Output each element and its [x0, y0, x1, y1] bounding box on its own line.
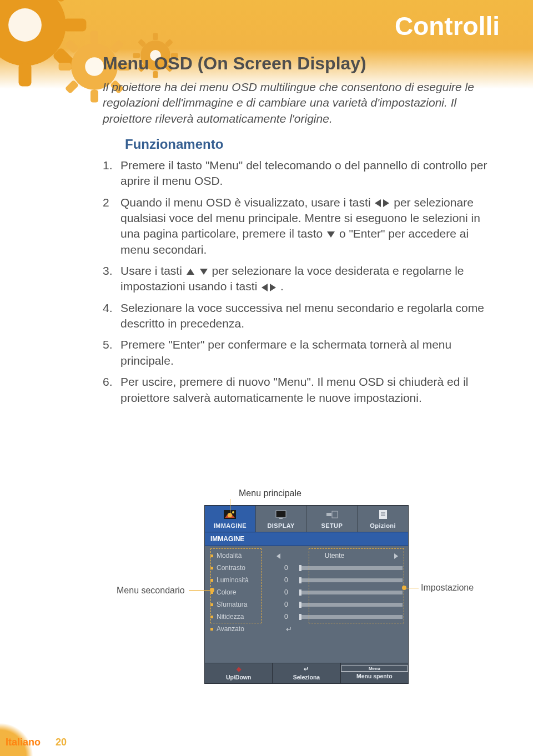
step-text: Quando il menu OSD è visualizzato, usare… [120, 195, 500, 258]
callout-pin [228, 513, 232, 517]
osd-row-value: 0 [266, 601, 297, 608]
setup-tab-icon [325, 509, 339, 520]
callout-pin [210, 588, 214, 592]
callout-pin [402, 586, 406, 590]
intro-paragraph: Il proiettore ha dei menu OSD multilingu… [103, 79, 500, 127]
footer-page-number: 20 [56, 737, 67, 748]
arrow-left-icon [276, 553, 280, 559]
osd-row-value: 0 [266, 576, 297, 584]
arrow-down-icon [200, 269, 208, 275]
step-text: Per uscire, premere di nuovo "Menu". Il … [120, 374, 500, 406]
osd-tab-setup[interactable]: SETUP [307, 506, 358, 532]
callout-label-sub-menu: Menu secondario [117, 586, 185, 596]
step-number: 1. [103, 158, 120, 189]
osd-row-value: 0 [266, 564, 297, 572]
step-number: 2 [103, 195, 120, 258]
arrow-left-icon [375, 199, 381, 207]
osd-footer-label: Seleziona [293, 674, 320, 681]
osd-tab-display[interactable]: DISPLAY [256, 506, 307, 532]
osd-footer-label: Menu spento [356, 673, 393, 679]
dashed-box-submenu [210, 548, 262, 623]
step-fragment: . [280, 280, 284, 293]
arrow-up-icon [187, 269, 194, 275]
svg-rect-21 [153, 33, 158, 41]
svg-rect-2 [19, 63, 32, 86]
arrow-down-icon [327, 231, 335, 238]
arrow-left-icon [262, 284, 268, 291]
step-number: 6. [103, 374, 120, 406]
osd-footer-updown: ◆ Up\Down [205, 663, 273, 683]
osd-tabs: IMMAGINE DISPLAY SETUP Opizioni [205, 506, 408, 532]
osd-row-name: Avanzato [217, 625, 266, 633]
callout-line [230, 499, 230, 515]
osd-footer: ◆ Up\Down ↵ Seleziona Menu Menu spento [205, 663, 408, 683]
arrow-right-icon [383, 199, 389, 207]
osd-sub-title: IMMAGINE [205, 532, 408, 546]
svg-rect-37 [379, 510, 387, 519]
callout-label-main-menu: Menu principale [239, 488, 301, 498]
osd-row-avanzato[interactable]: Avanzato ↵ [210, 623, 403, 635]
step-text: Selezionare la voce successiva nel menu … [120, 300, 500, 332]
footer-language: Italiano [6, 737, 41, 748]
page-header-title: Controlli [395, 11, 500, 41]
content-area: Menu OSD (On Screen Display) Il proietto… [103, 53, 500, 411]
step-number: 5. [103, 337, 120, 369]
svg-rect-12 [90, 90, 98, 102]
osd-footer-menuspento: Menu Menu spento [341, 663, 408, 683]
step-text: Premere il tasto "Menu" del telecomando … [120, 158, 500, 189]
osd-footer-seleziona: ↵ Seleziona [273, 663, 340, 683]
options-tab-icon [376, 509, 390, 520]
callout-label-setting: Impostazione [421, 583, 474, 593]
callout-line [189, 590, 210, 591]
svg-rect-33 [276, 511, 286, 517]
updown-icon: ◆ [205, 666, 272, 673]
osd-footer-label: Up\Down [226, 674, 252, 681]
step-fragment: Usare i tasti [120, 264, 185, 277]
step-text: Usare i tasti per selezionare la voce de… [120, 263, 500, 295]
steps-list: 1. Premere il tasto "Menu" del telecoman… [103, 158, 500, 406]
step-text: Premere "Enter" per confermare e la sche… [120, 337, 500, 369]
svg-point-9 [8, 8, 42, 42]
osd-tab-opizioni[interactable]: Opizioni [358, 506, 408, 532]
svg-point-19 [85, 57, 104, 76]
page-footer: Italiano 20 [0, 717, 100, 756]
svg-rect-35 [326, 513, 331, 516]
osd-row-value: 0 [266, 613, 297, 621]
svg-rect-36 [332, 511, 338, 518]
osd-tab-label: SETUP [321, 522, 343, 529]
osd-spacer [205, 641, 408, 663]
select-icon: ↵ [273, 666, 340, 673]
dashed-box-setting [309, 548, 404, 623]
osd-row-value: 0 [266, 588, 297, 596]
svg-rect-34 [279, 518, 283, 519]
enter-icon: ↵ [286, 625, 292, 633]
heading-1: Menu OSD (On Screen Display) [103, 53, 500, 74]
osd-tab-label: DISPLAY [267, 522, 294, 529]
step-number: 4. [103, 300, 120, 332]
osd-tab-label: Opizioni [370, 522, 396, 529]
svg-rect-11 [90, 31, 98, 43]
step-number: 3. [103, 263, 120, 295]
menu-icon: Menu [341, 666, 408, 672]
bullet-icon [210, 628, 213, 631]
arrow-right-icon [270, 284, 276, 291]
step-fragment: Quando il menu OSD è visualizzato, usare… [120, 196, 374, 209]
heading-2: Funzionamento [125, 137, 500, 152]
osd-tab-label: IMMAGINE [214, 522, 247, 529]
svg-rect-13 [59, 63, 71, 70]
svg-point-32 [232, 511, 234, 513]
display-tab-icon [274, 509, 288, 520]
